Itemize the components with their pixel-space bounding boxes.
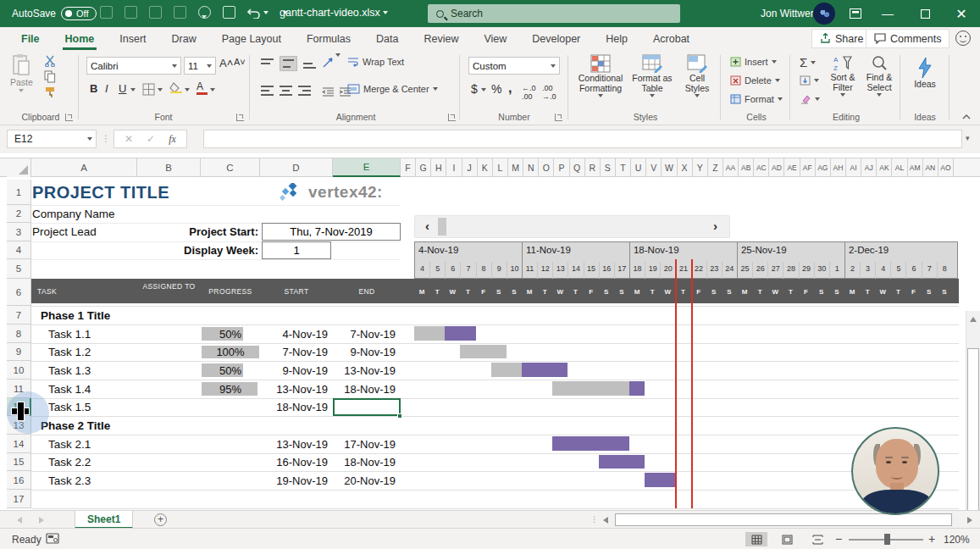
- column-header-AO[interactable]: AO: [938, 158, 954, 177]
- page-break-view-icon[interactable]: [806, 532, 828, 546]
- row-header-8[interactable]: 8: [7, 324, 31, 343]
- prev-sheet-icon[interactable]: [17, 517, 22, 524]
- task-name-cell[interactable]: Task 1.4: [48, 380, 91, 398]
- task-name-cell[interactable]: Task 1.2: [48, 343, 91, 361]
- column-header-Y[interactable]: Y: [693, 158, 708, 177]
- bold-button[interactable]: B: [90, 82, 97, 95]
- increase-font-icon[interactable]: A˄: [219, 57, 233, 69]
- expand-formula-bar-icon[interactable]: ▾: [966, 134, 970, 142]
- font-dialog-launcher-icon[interactable]: [236, 114, 244, 121]
- currency-format-icon[interactable]: $: [471, 82, 478, 96]
- start-date-cell[interactable]: 9-Nov-19: [260, 361, 328, 380]
- formula-input[interactable]: [203, 130, 962, 148]
- close-button[interactable]: ✕: [943, 0, 980, 27]
- column-header-AM[interactable]: AM: [908, 158, 923, 177]
- task-name-cell[interactable]: Task 2.2: [48, 453, 91, 471]
- number-dialog-launcher-icon[interactable]: [555, 114, 562, 121]
- align-middle-icon[interactable]: [280, 56, 297, 71]
- sort-filter-button[interactable]: AZ Sort & Filter: [825, 55, 861, 97]
- row-header-5[interactable]: 5: [7, 259, 31, 279]
- orientation-button[interactable]: [322, 57, 341, 72]
- fill-button[interactable]: [800, 75, 819, 86]
- autosave-pill[interactable]: Off: [61, 7, 96, 20]
- borders-button[interactable]: [142, 83, 155, 99]
- underline-button[interactable]: U: [119, 82, 126, 95]
- search-input[interactable]: Search: [428, 4, 680, 23]
- column-header-AI[interactable]: AI: [846, 158, 861, 177]
- italic-button[interactable]: I: [105, 82, 108, 95]
- progress-cell[interactable]: 50%: [201, 324, 260, 343]
- format-cells-button[interactable]: Format: [730, 94, 783, 104]
- row-header-17[interactable]: 17: [7, 490, 31, 508]
- insert-cells-button[interactable]: Insert: [730, 57, 777, 67]
- page-layout-view-icon[interactable]: [776, 532, 798, 546]
- ribbon-tab-formulas[interactable]: Formulas: [294, 27, 363, 50]
- delete-cells-button[interactable]: Delete: [730, 75, 780, 86]
- share-button[interactable]: Share: [811, 29, 872, 48]
- undo-button[interactable]: [247, 7, 269, 19]
- open-icon[interactable]: [125, 6, 137, 19]
- progress-cell[interactable]: 95%: [201, 380, 260, 398]
- end-date-cell[interactable]: 7-Nov-19: [333, 324, 396, 343]
- column-header-R[interactable]: R: [585, 158, 601, 177]
- align-right-icon[interactable]: [298, 86, 311, 96]
- new-sheet-icon[interactable]: +: [154, 513, 167, 526]
- column-header-M[interactable]: M: [508, 158, 523, 177]
- column-header-AL[interactable]: AL: [892, 158, 907, 177]
- hscroll-right-icon[interactable]: [967, 517, 972, 524]
- align-top-icon[interactable]: [261, 58, 274, 69]
- ribbon-tab-insert[interactable]: Insert: [107, 27, 158, 50]
- ribbon-tab-acrobat[interactable]: Acrobat: [640, 27, 702, 50]
- font-size-select[interactable]: 11: [184, 57, 216, 75]
- column-header-AN[interactable]: AN: [923, 158, 938, 177]
- column-header-X[interactable]: X: [678, 158, 693, 177]
- column-header-Q[interactable]: Q: [570, 158, 585, 177]
- conditional-formatting-button[interactable]: Conditional Formatting: [574, 54, 627, 97]
- column-header-AK[interactable]: AK: [877, 158, 892, 177]
- progress-cell[interactable]: 100%: [201, 343, 260, 361]
- clipboard-dialog-launcher-icon[interactable]: [65, 114, 73, 121]
- column-header-V[interactable]: V: [646, 158, 662, 177]
- row-header-9[interactable]: 9: [7, 343, 31, 361]
- column-header-AJ[interactable]: AJ: [861, 158, 877, 177]
- ideas-button[interactable]: Ideas: [906, 57, 944, 89]
- gantt-scroll-left-icon[interactable]: ‹: [425, 219, 429, 233]
- column-header-U[interactable]: U: [631, 158, 646, 177]
- alignment-dialog-launcher-icon[interactable]: [448, 114, 456, 121]
- percent-format-icon[interactable]: %: [491, 82, 501, 96]
- task-name-cell[interactable]: Task 1.5: [48, 398, 91, 416]
- camera-icon[interactable]: [223, 6, 235, 19]
- progress-cell[interactable]: 50%: [201, 361, 260, 380]
- align-bottom-icon[interactable]: [303, 58, 316, 69]
- comments-button[interactable]: Comments: [866, 29, 950, 48]
- row-header-2[interactable]: 2: [7, 205, 31, 223]
- column-header-AG[interactable]: AG: [816, 158, 831, 177]
- project-title[interactable]: PROJECT TITLE: [32, 181, 169, 203]
- column-header-F[interactable]: F: [401, 158, 416, 177]
- column-header-T[interactable]: T: [616, 158, 631, 177]
- column-header-W[interactable]: W: [662, 158, 677, 177]
- row-header-6[interactable]: 6: [7, 279, 31, 306]
- zoom-in-icon[interactable]: +: [928, 532, 935, 546]
- ribbon-tab-home[interactable]: Home: [53, 27, 108, 50]
- column-header-AA[interactable]: AA: [723, 158, 739, 177]
- end-date-cell[interactable]: 17-Nov-19: [333, 435, 396, 453]
- column-header-E[interactable]: E: [333, 158, 401, 177]
- row-header-4[interactable]: 4: [7, 241, 31, 259]
- align-left-icon[interactable]: [261, 86, 274, 96]
- ribbon-tab-developer[interactable]: Developer: [519, 27, 593, 50]
- row-header-10[interactable]: 10: [7, 361, 31, 380]
- email-icon[interactable]: [149, 6, 162, 19]
- column-header-AH[interactable]: AH: [831, 158, 846, 177]
- autosave-toggle[interactable]: AutoSave Off: [12, 7, 97, 20]
- feedback-smiley-icon[interactable]: [955, 30, 971, 46]
- cancel-icon[interactable]: ✕: [125, 133, 133, 145]
- formula-bar-splitter[interactable]: ⋮: [102, 134, 111, 143]
- start-date-cell[interactable]: 16-Nov-19: [260, 453, 328, 471]
- task-name-cell[interactable]: Task 2.1: [48, 435, 91, 453]
- cell-styles-button[interactable]: Cell Styles: [678, 54, 717, 97]
- column-header-AF[interactable]: AF: [800, 158, 816, 177]
- horizontal-scrollbar[interactable]: [613, 513, 959, 526]
- font-color-button[interactable]: A: [197, 80, 208, 95]
- next-sheet-icon[interactable]: [39, 517, 44, 524]
